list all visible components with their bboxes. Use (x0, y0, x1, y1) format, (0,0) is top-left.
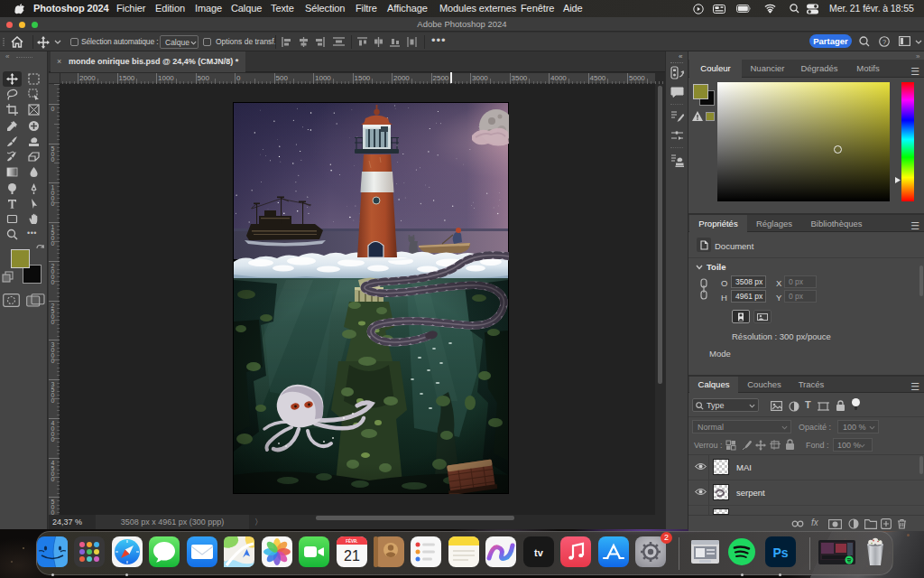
svg-text:FÉVR.: FÉVR. (346, 537, 357, 544)
svg-text:?: ? (882, 38, 886, 46)
svg-text:21: 21 (344, 548, 360, 564)
svg-text:tv: tv (534, 547, 544, 558)
svg-text:Ps: Ps (772, 545, 788, 560)
